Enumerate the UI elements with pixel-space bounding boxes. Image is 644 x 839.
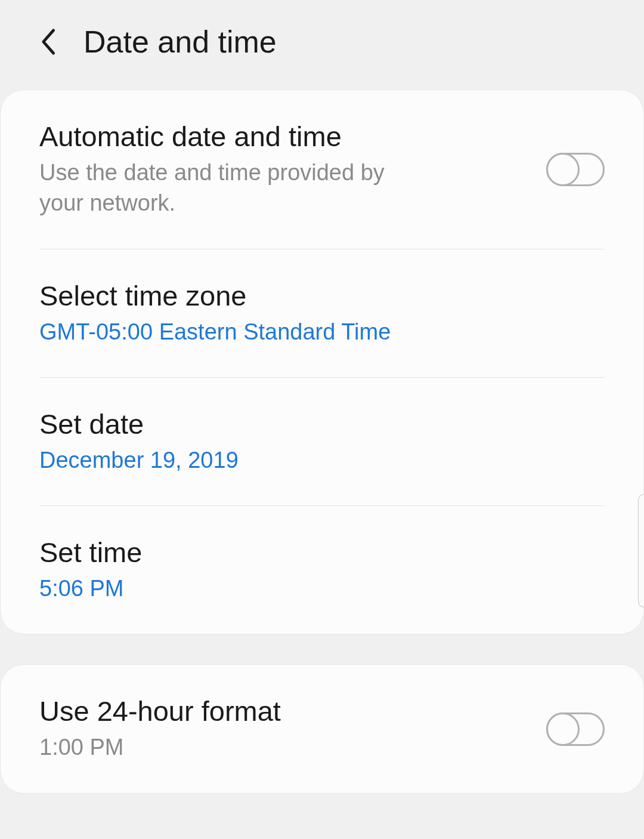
row-title: Set time: [39, 536, 605, 569]
page-title: Date and time: [83, 24, 277, 60]
settings-card-1: Automatic date and time Use the date and…: [0, 90, 644, 634]
row-value: 5:06 PM: [39, 573, 433, 604]
back-button[interactable]: [36, 30, 60, 54]
row-description: Use the date and time provided by your n…: [39, 158, 433, 219]
row-value: December 19, 2019: [39, 445, 433, 476]
row-content: Select time zone GMT-05:00 Eastern Stand…: [39, 279, 605, 347]
header: Date and time: [0, 0, 644, 90]
scroll-indicator[interactable]: [638, 494, 644, 607]
row-set-time[interactable]: Set time 5:06 PM: [39, 506, 605, 634]
row-value: GMT-05:00 Eastern Standard Time: [39, 317, 433, 347]
toggle-auto-date-time[interactable]: [546, 153, 605, 186]
row-example: 1:00 PM: [39, 732, 433, 763]
row-24h-format[interactable]: Use 24-hour format 1:00 PM: [39, 665, 605, 792]
row-content: Set time 5:06 PM: [39, 536, 605, 604]
row-auto-date-time[interactable]: Automatic date and time Use the date and…: [39, 90, 605, 249]
chevron-left-icon: [39, 27, 57, 56]
toggle-knob: [546, 153, 580, 186]
row-title: Automatic date and time: [39, 120, 546, 153]
toggle-24h-format[interactable]: [546, 712, 605, 746]
row-title: Select time zone: [39, 279, 605, 312]
row-title: Use 24-hour format: [39, 695, 546, 727]
settings-card-2: Use 24-hour format 1:00 PM: [0, 664, 644, 793]
row-content: Automatic date and time Use the date and…: [39, 120, 546, 219]
row-content: Set date December 19, 2019: [39, 408, 605, 476]
row-title: Set date: [39, 408, 605, 440]
row-content: Use 24-hour format 1:00 PM: [39, 695, 546, 763]
toggle-knob: [546, 712, 580, 746]
row-set-date[interactable]: Set date December 19, 2019: [39, 378, 605, 506]
row-time-zone[interactable]: Select time zone GMT-05:00 Eastern Stand…: [39, 249, 605, 378]
